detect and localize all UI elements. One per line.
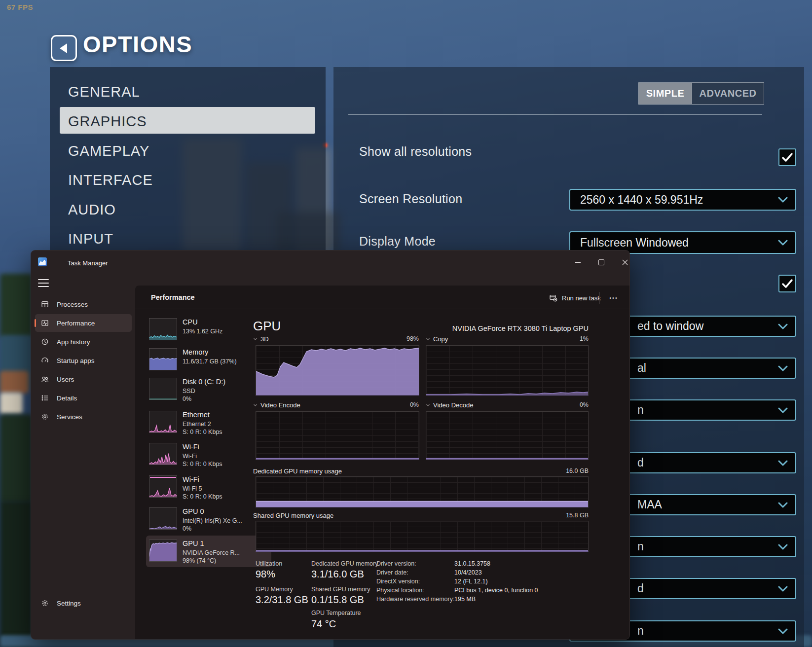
nav-item-startup-apps[interactable]: Startup apps (35, 352, 132, 369)
checkmark-icon (781, 151, 794, 164)
nav-item-users[interactable]: Users (35, 370, 132, 388)
scenery-trees (0, 414, 33, 503)
close-button[interactable] (615, 254, 630, 270)
scenery-trees (0, 501, 33, 647)
users-icon (41, 375, 49, 383)
nav-label: Performance (57, 320, 95, 327)
header-separator (599, 292, 600, 304)
minimize-icon (575, 262, 581, 263)
shared-memory-chart (256, 521, 589, 552)
nav-item-app-history[interactable]: App history (35, 333, 132, 351)
chevron-down-icon (778, 196, 788, 203)
gpu-copy-chart (426, 345, 589, 395)
gpu-temperature-value: 74 °C (311, 618, 336, 630)
chart-label-3d: 3D (253, 335, 269, 343)
sidebar-item-audio[interactable]: AUDIO (68, 202, 116, 218)
show-all-resolutions-checkbox[interactable] (778, 148, 796, 166)
perf-item-ethernet[interactable]: Ethernet Ethernet 2 S: 0 R: 0 Kbps (149, 411, 271, 440)
scenery-roof (0, 371, 29, 394)
gpu-memory-label: GPU Memory (256, 586, 293, 593)
maximize-button[interactable] (591, 254, 611, 270)
new-task-icon (549, 294, 557, 302)
chevron-down-icon (778, 628, 788, 635)
sidebar-item-interface[interactable]: INTERFACE (68, 172, 153, 188)
sidebar-item-gameplay[interactable]: GAMEPLAY (68, 143, 149, 159)
gpu-panel-title: GPU (253, 319, 281, 334)
display-mode-value: Fullscreen Windowed (570, 236, 689, 250)
hardware-reserved-memory-label: Hardware reserved memory: (376, 596, 454, 603)
services-gear-icon (41, 413, 49, 421)
hidden-setting-checkbox[interactable] (778, 275, 796, 292)
tab-simple[interactable]: SIMPLE (639, 83, 692, 104)
wifi-sparkline (149, 443, 177, 465)
nav-label: App history (57, 338, 90, 346)
nav-label: Services (57, 413, 82, 421)
performance-page-title: Performance (151, 293, 195, 301)
directx-version-label: DirectX version: (376, 578, 420, 585)
minimize-button[interactable] (568, 254, 588, 270)
memory-sparkline (149, 348, 177, 370)
nav-item-performance[interactable]: Performance (35, 314, 132, 332)
gpu-memory-value: 3.2/31.8 GB (256, 594, 308, 606)
back-button[interactable] (51, 35, 77, 61)
nav-item-processes[interactable]: Processes (35, 295, 132, 313)
tab-advanced[interactable]: ADVANCED (692, 83, 764, 104)
perf-item-wifi5[interactable]: Wi-Fi Wi-Fi 5 S: 0 R: 0 Kbps (149, 475, 271, 505)
performance-icon (41, 319, 49, 327)
shared-gpu-memory-label: Shared GPU memory (311, 586, 370, 593)
selected-accent-bar (35, 319, 36, 327)
close-icon (622, 259, 628, 265)
chevron-down-icon (778, 460, 788, 467)
dedicated-memory-chart (256, 476, 589, 507)
perf-item-memory[interactable]: Memory 11.6/31.7 GB (37%) (149, 348, 271, 373)
display-mode-label: Display Mode (359, 234, 436, 249)
utilization-label: Utilization (256, 560, 282, 567)
dedicated-memory-label: Dedicated GPU memory usage (253, 467, 342, 475)
chevron-down-icon (426, 337, 430, 341)
ethernet-sparkline (149, 411, 177, 433)
chevron-down-icon (426, 403, 430, 407)
chevron-down-icon (778, 585, 788, 592)
directx-version-value: 12 (FL 12.1) (454, 578, 488, 585)
task-manager-app-icon (38, 257, 47, 266)
chevron-down-icon (778, 407, 788, 414)
utilization-value: 98% (256, 569, 275, 580)
gpu-device-name: NVIDIA GeForce RTX 3080 Ti Laptop GPU (391, 324, 589, 332)
gear-icon (41, 599, 49, 607)
chart-label-video-decode: Video Decode (426, 401, 473, 409)
nav-item-settings[interactable]: Settings (35, 594, 132, 612)
chevron-down-icon (778, 365, 788, 372)
screen-resolution-dropdown[interactable]: 2560 x 1440 x 59.951Hz (569, 189, 796, 211)
driver-version-value: 31.0.15.3758 (454, 560, 490, 567)
settings-mode-tabs: SIMPLE ADVANCED (638, 82, 764, 105)
perf-item-gpu1[interactable]: GPU 1 NVIDIA GeForce R... 98% (74 °C) (149, 539, 271, 569)
checkmark-icon (781, 277, 794, 290)
shared-memory-max: 15.8 GB (559, 512, 589, 519)
gpu1-sparkline (149, 539, 177, 562)
sidebar-item-input[interactable]: INPUT (68, 231, 113, 247)
shared-memory-label: Shared GPU memory usage (253, 512, 333, 519)
scenery-house (0, 393, 23, 414)
run-new-task-button[interactable]: Run new task (549, 290, 601, 306)
scale-line (150, 477, 176, 478)
history-clock-icon (41, 338, 49, 346)
options-page-title: OPTIONS (83, 31, 192, 58)
more-options-button[interactable]: ••• (604, 290, 623, 306)
wifi5-sparkline (149, 475, 177, 498)
nav-item-details[interactable]: Details (35, 389, 132, 407)
chart-label-copy: Copy (426, 335, 448, 343)
nav-item-services[interactable]: Services (35, 408, 132, 426)
speedometer-icon (41, 357, 49, 364)
chart-value-video-encode: 0% (397, 401, 419, 408)
sidebar-item-graphics[interactable]: GRAPHICS (68, 113, 147, 130)
chevron-down-icon (253, 337, 258, 341)
screen-resolution-label: Screen Resolution (359, 192, 462, 206)
sidebar-item-general[interactable]: GENERAL (68, 84, 140, 100)
driver-version-label: Driver version: (376, 560, 416, 567)
nav-label: Startup apps (57, 357, 95, 364)
nav-label: Details (57, 395, 77, 402)
menu-toggle-button[interactable] (38, 279, 49, 287)
driver-date-label: Driver date: (376, 569, 408, 576)
cpu-sparkline (149, 318, 177, 340)
shared-gpu-memory-value: 0.1/15.8 GB (311, 594, 364, 606)
